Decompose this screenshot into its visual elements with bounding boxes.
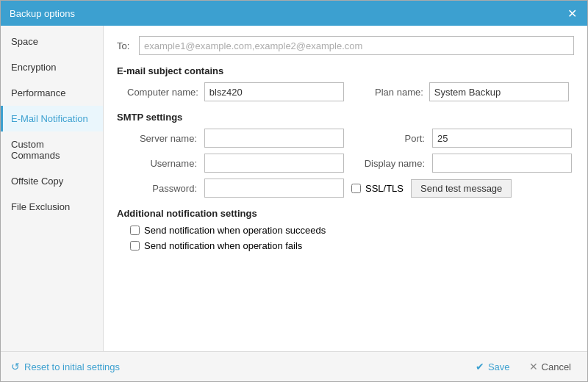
notify-success-row: Send notification when operation succeed…	[130, 225, 574, 236]
backup-options-dialog: Backup options ✕ Space Encryption Perfor…	[0, 0, 588, 382]
ssl-label: SSL/TLS	[365, 183, 404, 194]
computer-name-label: Computer name:	[127, 87, 204, 98]
ssl-row: SSL/TLS Send test message	[351, 179, 572, 198]
plan-name-group: Plan name:	[356, 82, 569, 101]
sidebar-item-performance[interactable]: Performance	[1, 80, 103, 106]
notify-success-checkbox[interactable]	[130, 226, 140, 235]
footer-actions: ✔ Save ✕ Cancel	[470, 358, 577, 375]
ssl-tls-checkbox[interactable]	[351, 184, 361, 193]
port-label: Port:	[351, 133, 425, 144]
reset-label: Reset to initial settings	[24, 361, 120, 372]
titlebar: Backup options ✕	[1, 1, 587, 26]
sidebar-item-space[interactable]: Space	[1, 29, 103, 54]
additional-heading: Additional notification settings	[117, 208, 574, 219]
smtp-heading: SMTP settings	[117, 112, 574, 123]
cancel-icon: ✕	[529, 361, 538, 372]
notify-fail-row: Send notification when operation fails	[130, 240, 574, 251]
display-name-input[interactable]	[432, 154, 572, 173]
sidebar-item-email-notification[interactable]: E-Mail Notification	[1, 106, 103, 131]
save-label: Save	[488, 361, 510, 372]
computer-name-input[interactable]	[204, 82, 344, 101]
sidebar-item-encryption[interactable]: Encryption	[1, 54, 103, 80]
display-name-label: Display name:	[351, 158, 425, 169]
main-panel: To: E-mail subject contains Computer nam…	[104, 26, 587, 351]
sidebar-item-offsite-copy[interactable]: Offsite Copy	[1, 168, 103, 194]
sidebar: Space Encryption Performance E-Mail Noti…	[1, 26, 104, 351]
port-input[interactable]	[432, 129, 572, 148]
sidebar-item-file-exclusion[interactable]: File Exclusion	[1, 194, 103, 220]
save-button[interactable]: ✔ Save	[470, 358, 516, 375]
username-label: Username:	[127, 158, 197, 169]
close-button[interactable]: ✕	[565, 7, 578, 20]
notify-fail-label: Send notification when operation fails	[144, 240, 302, 251]
cancel-button[interactable]: ✕ Cancel	[523, 358, 577, 375]
server-name-input[interactable]	[204, 129, 344, 148]
password-label: Password:	[127, 183, 197, 194]
smtp-section: Server name: Port: Username: Display nam…	[127, 129, 574, 198]
send-test-button[interactable]: Send test message	[411, 179, 512, 198]
notify-fail-checkbox[interactable]	[130, 241, 140, 251]
password-input[interactable]	[204, 179, 344, 198]
dialog-title: Backup options	[10, 8, 75, 19]
reset-icon: ↺	[11, 361, 20, 372]
plan-name-label: Plan name:	[356, 87, 429, 98]
email-subject-fields: Computer name: Plan name:	[127, 82, 574, 101]
username-input[interactable]	[204, 154, 344, 173]
sidebar-item-custom-commands[interactable]: Custom Commands	[1, 131, 103, 168]
plan-name-input[interactable]	[429, 82, 569, 101]
content-area: Space Encryption Performance E-Mail Noti…	[1, 26, 587, 351]
reset-button[interactable]: ↺ Reset to initial settings	[11, 361, 120, 372]
to-label: To:	[117, 40, 139, 51]
cancel-label: Cancel	[542, 361, 571, 372]
footer: ↺ Reset to initial settings ✔ Save ✕ Can…	[1, 351, 587, 381]
email-subject-heading: E-mail subject contains	[117, 65, 574, 76]
save-icon: ✔	[476, 361, 484, 372]
to-input[interactable]	[139, 36, 574, 55]
notify-success-label: Send notification when operation succeed…	[144, 225, 326, 236]
computer-name-group: Computer name:	[127, 82, 344, 101]
server-name-label: Server name:	[127, 133, 197, 144]
to-row: To:	[117, 36, 574, 55]
